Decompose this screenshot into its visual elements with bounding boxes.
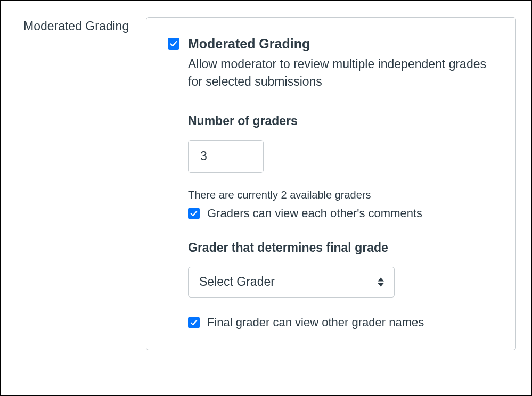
settings-section: Moderated Grading Moderated Grading Allo… (0, 0, 532, 396)
checkmark-icon (170, 40, 177, 47)
moderated-grading-checkbox[interactable] (168, 38, 179, 50)
moderated-grading-panel: Moderated Grading Allow moderator to rev… (146, 17, 516, 350)
final-grader-view-names-checkbox[interactable] (188, 317, 200, 328)
final-grader-view-names-label: Final grader can view other grader names (207, 316, 424, 329)
moderated-grading-title: Moderated Grading (188, 36, 494, 52)
checkmark-icon (190, 210, 198, 217)
available-graders-hint: There are currently 2 available graders (188, 189, 494, 201)
number-of-graders-input[interactable] (188, 140, 264, 173)
number-of-graders-heading: Number of graders (188, 114, 494, 128)
moderated-grading-option: Moderated Grading Allow moderator to rev… (168, 36, 494, 90)
final-grader-heading: Grader that determines final grade (188, 241, 494, 255)
final-grader-select-wrap: Select Grader (188, 267, 395, 298)
moderated-grading-description: Allow moderator to review multiple indep… (188, 55, 494, 90)
final-grader-select[interactable]: Select Grader (188, 267, 395, 298)
moderated-grading-text: Moderated Grading Allow moderator to rev… (188, 36, 494, 90)
final-grader-selected-value: Select Grader (199, 275, 275, 289)
final-grader-section: Grader that determines final grade Selec… (188, 241, 494, 298)
number-of-graders-section: Number of graders There are currently 2 … (188, 114, 494, 220)
view-comments-checkbox[interactable] (188, 208, 200, 219)
section-label: Moderated Grading (16, 17, 146, 34)
checkmark-icon (190, 319, 198, 326)
final-grader-view-names-option: Final grader can view other grader names (188, 316, 494, 329)
view-comments-option: Graders can view each other's comments (188, 207, 494, 220)
view-comments-label: Graders can view each other's comments (207, 207, 422, 220)
